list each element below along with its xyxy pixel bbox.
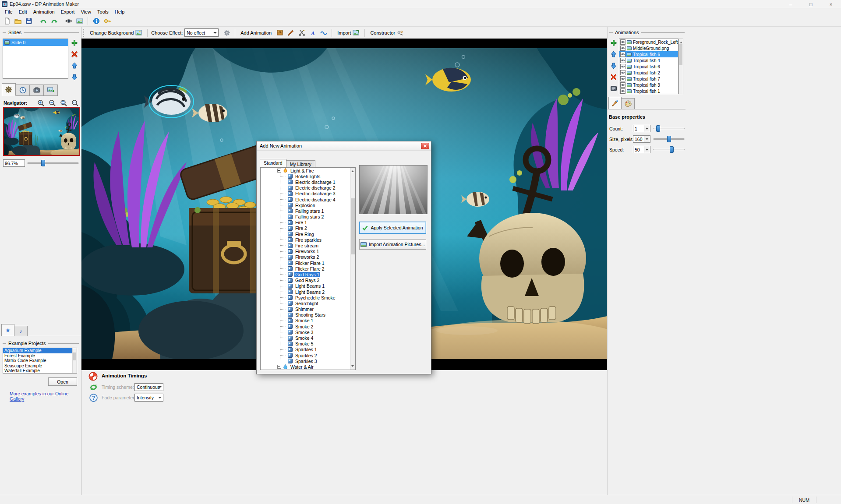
tab-color-properties[interactable]	[622, 98, 635, 109]
tree-item[interactable]: Smoke 3	[280, 329, 355, 335]
tree-item[interactable]: Smoke 5	[280, 341, 355, 347]
menu-item[interactable]: Export	[58, 9, 78, 15]
count-slider-handle[interactable]	[656, 125, 660, 132]
animation-library-button[interactable]	[274, 28, 285, 38]
effect-settings-button[interactable]	[221, 28, 232, 38]
scrollbar-thumb[interactable]	[679, 44, 682, 65]
animation-categories-tree[interactable]: Light & Fire Bokeh lights Electric disch…	[260, 167, 356, 370]
delete-slide-button[interactable]	[71, 50, 78, 58]
tree-item[interactable]: Falling stars 1	[280, 208, 355, 214]
tab-scene-wheel[interactable]	[2, 83, 16, 96]
tree-item[interactable]: Light Beams 1	[280, 283, 355, 289]
example-project-item[interactable]: Forest Example	[3, 353, 77, 359]
visibility-eye-icon[interactable]	[620, 76, 625, 81]
open-example-button[interactable]: Open	[48, 377, 77, 386]
minimize-button[interactable]: –	[781, 0, 801, 8]
spin-down-icon[interactable]	[644, 139, 650, 143]
move-slide-up-button[interactable]	[71, 62, 78, 70]
tab-timing-clock[interactable]	[16, 85, 30, 96]
brush-tool-button[interactable]	[285, 28, 296, 38]
info-button[interactable]	[91, 16, 102, 26]
tab-add-image[interactable]	[44, 85, 58, 96]
animation-layer-row[interactable]: Tropical fish 3	[619, 82, 678, 88]
add-animation-layer-button[interactable]	[610, 39, 618, 47]
slides-list[interactable]: Slide 0	[3, 39, 68, 79]
size-slider-handle[interactable]	[667, 136, 671, 142]
move-slide-down-button[interactable]	[71, 73, 78, 81]
tree-item[interactable]: Explosion	[280, 202, 355, 208]
scrollbar-thumb[interactable]	[73, 352, 76, 360]
tree-category-water-air[interactable]: Water & Air	[261, 364, 355, 370]
zoom-in-icon[interactable]	[37, 99, 45, 107]
visibility-eye-icon[interactable]	[620, 70, 625, 75]
move-layer-up-button[interactable]	[610, 50, 618, 58]
scroll-down-arrow[interactable]	[350, 365, 355, 370]
tree-item[interactable]: Falling stars 2	[280, 214, 355, 220]
tree-item[interactable]: Shooting Stars	[280, 312, 355, 318]
example-project-item[interactable]: Waterfall Example	[3, 368, 77, 374]
effects-cut-button[interactable]	[296, 28, 307, 38]
dialog-close-button[interactable]	[421, 143, 429, 149]
new-project-button[interactable]	[1, 16, 12, 26]
open-project-button[interactable]	[12, 16, 23, 26]
animation-layer-row[interactable]: MiddleGround.png	[619, 45, 678, 51]
tree-item[interactable]: Smoke 4	[280, 335, 355, 341]
close-button[interactable]: ×	[821, 0, 841, 8]
spin-down-icon[interactable]	[644, 129, 650, 132]
animations-scrollbar[interactable]	[678, 39, 683, 94]
menu-item[interactable]: Tools	[94, 9, 112, 15]
visibility-eye-icon[interactable]	[620, 39, 625, 45]
wave-tool-button[interactable]	[318, 28, 329, 38]
tree-item[interactable]: God Rays 1	[280, 271, 355, 277]
tree-item[interactable]: Searchlight	[280, 300, 355, 306]
dialog-tab[interactable]: Standard	[260, 159, 286, 167]
tree-item[interactable]: Psychedelic Smoke	[280, 295, 355, 300]
tree-item[interactable]: Fire 1	[280, 220, 355, 226]
fade-parameter-select[interactable]: Intensity	[134, 394, 163, 402]
menu-item[interactable]: View	[78, 9, 94, 15]
layer-properties-button[interactable]	[610, 85, 618, 92]
tree-item[interactable]: Light Beams 2	[280, 289, 355, 295]
visibility-eye-icon[interactable]	[620, 58, 625, 63]
menu-item[interactable]: File	[2, 9, 16, 15]
slide-item[interactable]: Slide 0	[3, 39, 68, 46]
zoom-slider-handle[interactable]	[41, 160, 45, 166]
visibility-eye-icon[interactable]	[620, 88, 625, 94]
example-projects-list[interactable]: Aquarium Example Forest Example Matrix C…	[3, 348, 77, 374]
tree-item[interactable]: Electric discharge 3	[280, 191, 355, 197]
tree-item[interactable]: Fireworks 1	[280, 249, 355, 254]
example-project-item[interactable]: Seascape Example	[3, 363, 77, 369]
animation-layer-row[interactable]: Tropical fish 6	[619, 51, 678, 57]
tree-item[interactable]: Smoke 1	[280, 318, 355, 324]
size-spinner[interactable]	[633, 135, 650, 143]
timing-scheme-select[interactable]: Continuous	[134, 383, 163, 391]
speed-spinner[interactable]	[633, 146, 650, 153]
tree-item[interactable]: Bokeh lights	[280, 173, 355, 179]
visibility-eye-icon[interactable]	[620, 52, 625, 57]
menu-item[interactable]: Animation	[30, 9, 58, 15]
scrollbar-thumb[interactable]	[351, 198, 355, 254]
maximize-button[interactable]: □	[801, 0, 821, 8]
size-slider[interactable]	[653, 135, 685, 143]
license-key-button[interactable]	[102, 16, 113, 26]
add-animation-button[interactable]: Add Animation	[238, 28, 274, 37]
animation-layer-row[interactable]: Tropical fish 6	[619, 63, 678, 70]
dialog-titlebar[interactable]: Add New Animation	[257, 141, 431, 151]
visibility-eye-icon[interactable]	[620, 46, 625, 51]
import-animation-pictures-button[interactable]: Import Animation Pictures...	[359, 239, 426, 250]
tree-item[interactable]: Sparkles 2	[280, 352, 355, 358]
animation-layer-row[interactable]: Tropical fish 4	[619, 57, 678, 63]
tree-item[interactable]: Flicker Flare 2	[280, 266, 355, 271]
animation-layer-row[interactable]: Tropical fish 1	[619, 88, 678, 94]
tree-item[interactable]: Smoke 2	[280, 324, 355, 329]
undo-button[interactable]	[38, 16, 49, 26]
scroll-up-arrow[interactable]	[679, 39, 683, 44]
animation-layer-row[interactable]: Tropical fish 7	[619, 76, 678, 82]
zoom-value-input[interactable]	[3, 159, 25, 167]
tree-item[interactable]: God Rays 2	[280, 278, 355, 283]
tree-item[interactable]: Electric discharge 2	[280, 185, 355, 191]
zoom-fit-icon[interactable]	[60, 99, 67, 107]
collapse-icon[interactable]	[277, 169, 281, 173]
visibility-eye-icon[interactable]	[620, 64, 625, 69]
tree-item[interactable]: Shimmer	[280, 307, 355, 312]
